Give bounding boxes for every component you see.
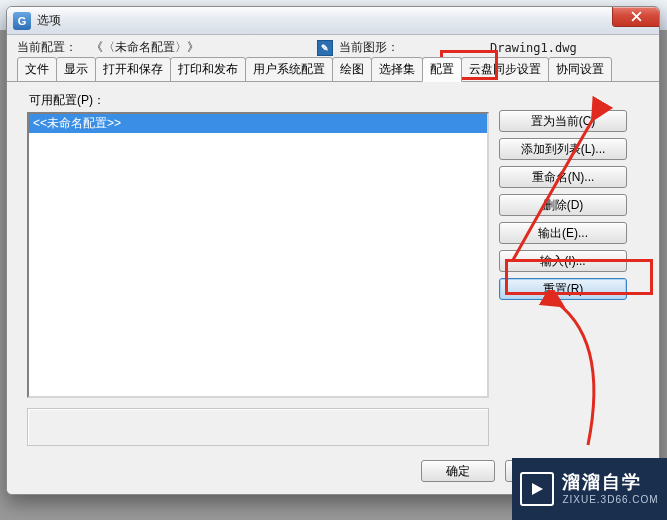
header-row: 当前配置： 《〈未命名配置〉》 ✎ 当前图形： Drawing1.dwg xyxy=(7,35,659,58)
current-config-value: 《〈未命名配置〉》 xyxy=(91,39,199,56)
watermark-title: 溜溜自学 xyxy=(562,472,658,494)
window-title: 选项 xyxy=(37,12,61,29)
app-icon: G xyxy=(13,12,31,30)
export-button[interactable]: 输出(E)... xyxy=(499,222,627,244)
current-config-label: 当前配置： xyxy=(17,39,77,56)
tab-draw[interactable]: 绘图 xyxy=(332,57,372,82)
tab-user-system[interactable]: 用户系统配置 xyxy=(245,57,333,82)
tab-selection[interactable]: 选择集 xyxy=(371,57,423,82)
close-icon xyxy=(631,11,642,22)
titlebar[interactable]: G 选项 xyxy=(7,7,659,35)
add-to-list-button[interactable]: 添加到列表(L)... xyxy=(499,138,627,160)
options-dialog: G 选项 当前配置： 《〈未命名配置〉》 ✎ 当前图形： Drawing1.dw… xyxy=(6,6,660,495)
tab-collab[interactable]: 协同设置 xyxy=(548,57,612,82)
rename-button[interactable]: 重命名(N)... xyxy=(499,166,627,188)
tab-display[interactable]: 显示 xyxy=(56,57,96,82)
profiles-label: 可用配置(P)： xyxy=(27,92,489,112)
close-button[interactable] xyxy=(612,6,660,27)
watermark-url: ZIXUE.3D66.COM xyxy=(562,494,658,506)
tab-file[interactable]: 文件 xyxy=(17,57,57,82)
import-button[interactable]: 输入(I)... xyxy=(499,250,627,272)
delete-button[interactable]: 删除(D) xyxy=(499,194,627,216)
list-item[interactable]: <<未命名配置>> xyxy=(29,114,487,133)
current-drawing-label: 当前图形： xyxy=(339,39,399,56)
tab-bar: 文件 显示 打开和保存 打印和发布 用户系统配置 绘图 选择集 配置 云盘同步设… xyxy=(7,58,659,82)
tab-profile[interactable]: 配置 xyxy=(422,57,462,82)
play-icon xyxy=(520,472,554,506)
reset-button[interactable]: 重置(R) xyxy=(499,278,627,300)
tab-cloud-sync[interactable]: 云盘同步设置 xyxy=(461,57,549,82)
tab-open-save[interactable]: 打开和保存 xyxy=(95,57,171,82)
drawing-icon: ✎ xyxy=(317,40,333,56)
profiles-listbox[interactable]: <<未命名配置>> xyxy=(27,112,489,398)
set-current-button[interactable]: 置为当前(C) xyxy=(499,110,627,132)
tab-print-publish[interactable]: 打印和发布 xyxy=(170,57,246,82)
current-drawing-value: Drawing1.dwg xyxy=(490,41,577,55)
watermark-badge: 溜溜自学 ZIXUE.3D66.COM xyxy=(512,458,667,520)
content-area: 可用配置(P)： <<未命名配置>> 置为当前(C) 添加到列表(L)... 重… xyxy=(7,82,659,452)
description-box xyxy=(27,408,489,446)
ok-button[interactable]: 确定 xyxy=(421,460,495,482)
